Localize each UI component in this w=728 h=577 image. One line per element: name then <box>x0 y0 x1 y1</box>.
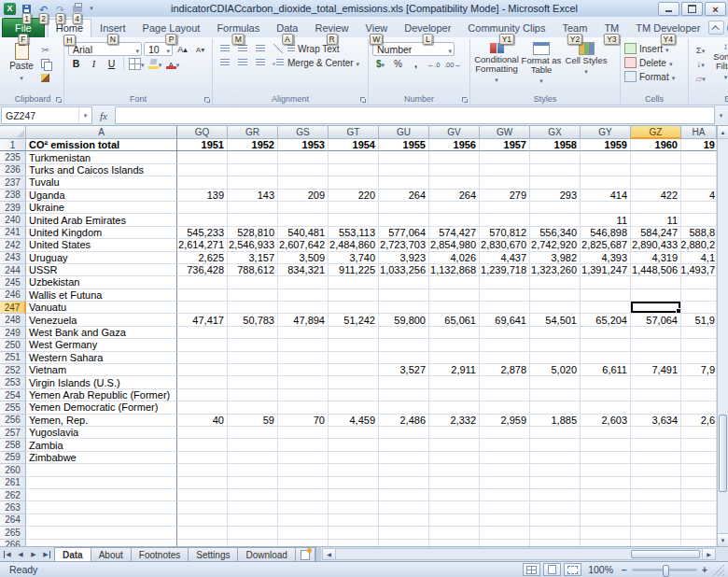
cell-GY253[interactable] <box>581 376 631 388</box>
last-sheet-button[interactable] <box>41 549 52 560</box>
cell-GR266[interactable] <box>228 540 278 547</box>
cell-GR262[interactable] <box>228 489 278 501</box>
cell-GZ261[interactable] <box>631 477 681 489</box>
tab-scroll-splitter[interactable] <box>315 547 321 561</box>
cell-GU260[interactable] <box>379 464 429 476</box>
cell-GV237[interactable] <box>429 176 480 189</box>
cell-HA244[interactable]: 1,493,7 <box>681 264 717 276</box>
row-header-252[interactable]: 252 <box>0 364 26 376</box>
cell-GX248[interactable]: 54,501 <box>530 314 581 326</box>
vertical-scroll-thumb[interactable] <box>719 415 727 491</box>
cell-A245[interactable]: Uzbekistan <box>26 276 177 288</box>
cell-A261[interactable] <box>26 477 177 489</box>
cell-GW262[interactable] <box>480 489 530 501</box>
cell-GX255[interactable] <box>530 401 581 414</box>
cell-GR263[interactable] <box>228 501 278 514</box>
cell-GV255[interactable] <box>429 401 480 414</box>
cut-button[interactable] <box>37 43 53 56</box>
cell-GY235[interactable] <box>581 151 631 163</box>
cell-GS246[interactable] <box>278 289 329 302</box>
cell-HA262[interactable] <box>681 489 717 501</box>
cell-GT236[interactable] <box>329 164 379 176</box>
cell-HA246[interactable] <box>681 289 717 302</box>
cell-GY241[interactable]: 546,898 <box>581 227 631 239</box>
cell-GR259[interactable] <box>228 452 278 464</box>
cell-GT246[interactable] <box>329 289 379 302</box>
cell-GU244[interactable]: 1,033,256 <box>379 264 429 276</box>
cell-GY256[interactable]: 2,603 <box>581 415 631 427</box>
cell-GW248[interactable]: 69,641 <box>480 314 530 326</box>
cell-GV241[interactable]: 574,427 <box>429 227 480 239</box>
cell-GX238[interactable]: 293 <box>530 190 581 202</box>
comma-style-button[interactable]: , <box>408 57 424 70</box>
cell-GV253[interactable] <box>429 376 480 388</box>
cell-GT257[interactable] <box>329 427 379 439</box>
minimize-button[interactable] <box>658 2 679 16</box>
cell-GW244[interactable]: 1,239,718 <box>480 264 530 276</box>
cell-GT254[interactable] <box>329 389 379 401</box>
clear-button[interactable] <box>693 71 708 84</box>
zoom-slider[interactable] <box>632 569 697 571</box>
cell-HA252[interactable]: 7,9 <box>681 364 717 376</box>
cell-GT237[interactable] <box>329 176 379 189</box>
cell-GU238[interactable]: 264 <box>379 190 429 202</box>
cell-GZ256[interactable]: 3,634 <box>631 415 681 427</box>
cell-GX250[interactable] <box>530 339 581 351</box>
cell-HA241[interactable]: 588,8 <box>681 227 717 239</box>
cell-GY265[interactable] <box>581 527 631 539</box>
cell-A241[interactable]: United Kingdom <box>26 227 177 239</box>
column-header-A[interactable]: A <box>26 126 177 139</box>
cell-GQ243[interactable]: 2,625 <box>177 252 228 264</box>
row-header-249[interactable]: 249 <box>0 327 26 339</box>
cell-GX254[interactable] <box>530 389 581 401</box>
cell-GQ266[interactable] <box>177 540 228 547</box>
cell-GS263[interactable] <box>278 501 329 514</box>
cell-GZ257[interactable] <box>631 427 681 439</box>
cell-GQ241[interactable]: 545,233 <box>177 227 228 239</box>
ribbon-tab-tm[interactable]: TMY3 <box>595 19 627 37</box>
cell-HA249[interactable] <box>681 327 717 339</box>
font-size-dropdown[interactable] <box>166 44 170 55</box>
cell-GX241[interactable]: 556,340 <box>530 227 581 239</box>
cell-A257[interactable]: Yugoslavia <box>26 427 177 439</box>
cell-A243[interactable]: Uruguay <box>26 252 177 264</box>
cell-GX260[interactable] <box>530 464 581 476</box>
cell-GZ249[interactable] <box>631 327 681 339</box>
cell-GQ239[interactable] <box>177 202 228 214</box>
ribbon-tab-page-layout[interactable]: Page LayoutP <box>134 19 209 37</box>
cell-HA237[interactable] <box>681 176 717 189</box>
cell-GZ247[interactable] <box>631 302 681 314</box>
cell-GX263[interactable] <box>530 501 581 514</box>
cell-GU235[interactable] <box>379 151 429 163</box>
cell-A238[interactable]: Uganda <box>26 190 177 202</box>
cell-GZ260[interactable] <box>631 464 681 476</box>
cell-GX266[interactable] <box>530 540 581 547</box>
cell-GQ245[interactable] <box>177 276 228 288</box>
cell-GQ256[interactable]: 40 <box>177 415 228 427</box>
column-header-GR[interactable]: GR <box>228 126 278 139</box>
cell-GZ238[interactable]: 422 <box>631 190 681 202</box>
cell-GW1[interactable]: 1957 <box>480 139 530 151</box>
cell-GU249[interactable] <box>379 327 429 339</box>
cell-GS260[interactable] <box>278 464 329 476</box>
cell-GT262[interactable] <box>329 489 379 501</box>
row-header-260[interactable]: 260 <box>0 464 26 476</box>
cell-GQ254[interactable] <box>177 389 228 401</box>
cell-GY247[interactable] <box>581 302 631 314</box>
cell-GW261[interactable] <box>480 477 530 489</box>
cell-GR244[interactable]: 788,612 <box>228 264 278 276</box>
cell-HA263[interactable] <box>681 501 717 514</box>
autosum-button[interactable]: Σ <box>693 43 708 56</box>
cell-HA261[interactable] <box>681 477 717 489</box>
format-painter-button[interactable] <box>37 71 53 84</box>
cell-GV258[interactable] <box>429 439 480 451</box>
cell-GW236[interactable] <box>480 164 530 176</box>
cell-GZ252[interactable]: 7,491 <box>631 364 681 376</box>
font-dialog-launcher[interactable] <box>203 96 211 104</box>
cell-HA240[interactable] <box>681 214 717 226</box>
cell-GX265[interactable] <box>530 527 581 539</box>
cell-GT239[interactable] <box>329 202 379 214</box>
cell-HA255[interactable] <box>681 401 717 414</box>
undo-button[interactable]: 2 <box>36 2 50 15</box>
cell-HA243[interactable]: 4,1 <box>681 252 717 264</box>
